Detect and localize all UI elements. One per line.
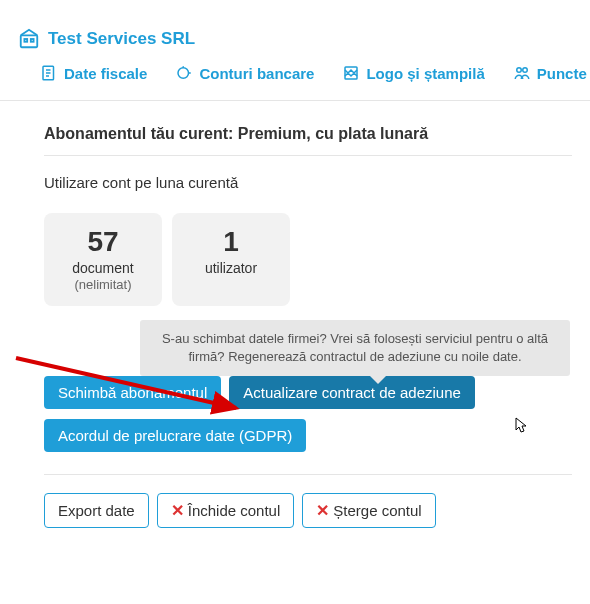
tab-label: Date fiscale xyxy=(64,65,147,82)
close-icon: ✕ xyxy=(316,501,329,520)
tab-date-fiscale[interactable]: Date fiscale xyxy=(40,64,147,82)
company-name: Test Services SRL xyxy=(48,29,195,49)
tab-label: Logo și ștampilă xyxy=(366,65,484,82)
users-icon xyxy=(513,64,531,82)
svg-point-4 xyxy=(178,68,189,79)
tab-puncte[interactable]: Puncte d xyxy=(513,64,590,82)
svg-rect-2 xyxy=(31,39,34,42)
svg-point-6 xyxy=(517,68,522,73)
button-label: Export date xyxy=(58,502,135,519)
close-icon: ✕ xyxy=(171,501,184,520)
divider xyxy=(44,474,572,475)
usage-label: Utilizare cont pe luna curentă xyxy=(44,174,572,191)
document-icon xyxy=(40,64,58,82)
change-plan-button[interactable]: Schimbă abonamentul xyxy=(44,376,221,409)
stat-sub: (nelimitat) xyxy=(64,277,142,292)
tab-label: Conturi bancare xyxy=(199,65,314,82)
tab-logo-stampila[interactable]: Logo și ștampilă xyxy=(342,64,484,82)
stat-value: 57 xyxy=(64,227,142,258)
section-title: Abonamentul tău curent: Premium, cu plat… xyxy=(44,125,572,156)
piggy-icon xyxy=(175,64,193,82)
company-icon xyxy=(18,28,40,50)
company-header: Test Services SRL xyxy=(0,0,590,64)
svg-rect-1 xyxy=(24,39,27,42)
svg-rect-5 xyxy=(345,67,357,79)
button-label: Închide contul xyxy=(188,502,281,519)
stats-row: 57 document (nelimitat) 1 utilizator xyxy=(44,213,572,306)
svg-rect-0 xyxy=(21,35,38,47)
gdpr-button[interactable]: Acordul de prelucrare date (GDPR) xyxy=(44,419,306,452)
close-account-button[interactable]: ✕ Închide contul xyxy=(157,493,295,528)
stat-label: document xyxy=(64,260,142,276)
button-label: Șterge contul xyxy=(333,502,421,519)
tab-bar: Date fiscale Conturi bancare Logo și șta… xyxy=(0,64,590,101)
svg-point-7 xyxy=(523,68,528,73)
update-contract-button[interactable]: Actualizare contract de adeziune xyxy=(229,376,475,409)
stat-users: 1 utilizator xyxy=(172,213,290,306)
export-button[interactable]: Export date xyxy=(44,493,149,528)
delete-account-button[interactable]: ✕ Șterge contul xyxy=(302,493,435,528)
stat-documents: 57 document (nelimitat) xyxy=(44,213,162,306)
tab-label: Puncte d xyxy=(537,65,590,82)
tab-conturi-bancare[interactable]: Conturi bancare xyxy=(175,64,314,82)
tooltip: S-au schimbat datele firmei? Vrei să fol… xyxy=(140,320,570,376)
stamp-icon xyxy=(342,64,360,82)
stat-label: utilizator xyxy=(192,260,270,276)
stat-value: 1 xyxy=(192,227,270,258)
